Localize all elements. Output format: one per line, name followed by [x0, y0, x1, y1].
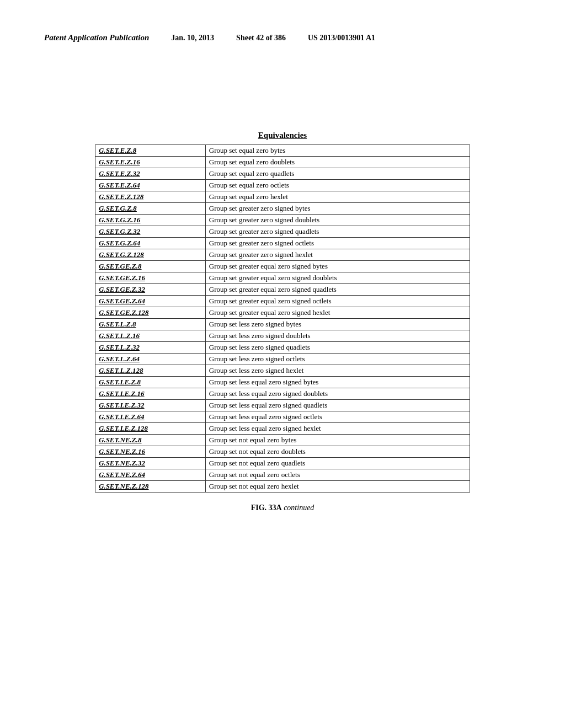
code-cell: G.SET.E.Z.64 [95, 180, 206, 191]
table-row: G.SET.NE.Z.16Group set not equal zero do… [95, 446, 470, 458]
code-cell: G.SET.GE.Z.8 [95, 261, 206, 272]
table-row: G.SET.NE.Z.128Group set not equal zero h… [95, 481, 470, 493]
figure-label: FIG. 33A [251, 504, 282, 512]
code-cell: G.SET.L.Z.32 [95, 342, 206, 354]
publication-date: Jan. 10, 2013 [171, 34, 214, 42]
page: Patent Application Publication Jan. 10, … [0, 0, 565, 728]
code-cell: G.SET.G.Z.16 [95, 215, 206, 226]
code-cell: G.SET.E.Z.128 [95, 191, 206, 203]
code-cell: G.SET.GE.Z.32 [95, 284, 206, 296]
description-cell: Group set not equal zero hexlet [205, 481, 470, 493]
code-cell: G.SET.NE.Z.16 [95, 446, 206, 458]
description-cell: Group set greater equal zero signed hexl… [205, 307, 470, 319]
code-cell: G.SET.LE.Z.128 [95, 423, 206, 435]
code-cell: G.SET.LE.Z.8 [95, 377, 206, 388]
code-cell: G.SET.NE.Z.64 [95, 469, 206, 481]
table-row: G.SET.LE.Z.64Group set less equal zero s… [95, 411, 470, 423]
description-cell: Group set not equal zero octlets [205, 469, 470, 481]
code-cell: G.SET.E.Z.32 [95, 168, 206, 180]
code-cell: G.SET.L.Z.64 [95, 354, 206, 365]
description-cell: Group set greater equal zero signed byte… [205, 261, 470, 272]
code-cell: G.SET.G.Z.8 [95, 203, 206, 215]
description-cell: Group set less zero signed octlets [205, 354, 470, 365]
patent-number: US 2013/0013901 A1 [308, 34, 375, 42]
description-cell: Group set greater equal zero signed doub… [205, 272, 470, 284]
table-row: G.SET.E.Z.64Group set equal zero octlets [95, 180, 470, 191]
code-cell: G.SET.E.Z.16 [95, 157, 206, 168]
code-cell: G.SET.GE.Z.16 [95, 272, 206, 284]
table-row: G.SET.L.Z.8Group set less zero signed by… [95, 319, 470, 330]
code-cell: G.SET.L.Z.8 [95, 319, 206, 330]
section-title: Equivalencies [258, 131, 307, 140]
main-content: Equivalencies G.SET.E.Z.8Group set equal… [44, 131, 521, 512]
description-cell: Group set not equal zero bytes [205, 435, 470, 446]
page-header: Patent Application Publication Jan. 10, … [44, 33, 521, 42]
table-row: G.SET.GE.Z.32Group set greater equal zer… [95, 284, 470, 296]
table-row: G.SET.NE.Z.8Group set not equal zero byt… [95, 435, 470, 446]
table-row: G.SET.G.Z.64Group set greater zero signe… [95, 238, 470, 249]
patent-title: Patent Application Publication [44, 33, 149, 42]
table-row: G.SET.E.Z.8Group set equal zero bytes [95, 145, 470, 157]
table-row: G.SET.GE.Z.64Group set greater equal zer… [95, 296, 470, 307]
table-row: G.SET.L.Z.128Group set less zero signed … [95, 365, 470, 377]
description-cell: Group set greater equal zero signed octl… [205, 296, 470, 307]
table-row: G.SET.LE.Z.8Group set less equal zero si… [95, 377, 470, 388]
code-cell: G.SET.NE.Z.128 [95, 481, 206, 493]
code-cell: G.SET.E.Z.8 [95, 145, 206, 157]
description-cell: Group set less zero signed hexlet [205, 365, 470, 377]
sheet-info: Sheet 42 of 386 [236, 34, 286, 42]
description-cell: Group set greater zero signed hexlet [205, 249, 470, 261]
description-cell: Group set greater zero signed bytes [205, 203, 470, 215]
description-cell: Group set less zero signed doublets [205, 330, 470, 342]
figure-suffix: continued [284, 504, 314, 512]
code-cell: G.SET.G.Z.32 [95, 226, 206, 238]
description-cell: Group set greater equal zero signed quad… [205, 284, 470, 296]
code-cell: G.SET.L.Z.128 [95, 365, 206, 377]
description-cell: Group set equal zero quadlets [205, 168, 470, 180]
table-row: G.SET.G.Z.32Group set greater zero signe… [95, 226, 470, 238]
table-row: G.SET.GE.Z.8Group set greater equal zero… [95, 261, 470, 272]
table-row: G.SET.G.Z.8Group set greater zero signed… [95, 203, 470, 215]
figure-caption: FIG. 33A continued [251, 504, 315, 512]
table-row: G.SET.NE.Z.64Group set not equal zero oc… [95, 469, 470, 481]
description-cell: Group set less equal zero signed doublet… [205, 388, 470, 400]
description-cell: Group set greater zero signed doublets [205, 215, 470, 226]
description-cell: Group set less zero signed quadlets [205, 342, 470, 354]
code-cell: G.SET.GE.Z.64 [95, 296, 206, 307]
description-cell: Group set not equal zero doublets [205, 446, 470, 458]
table-row: G.SET.LE.Z.128Group set less equal zero … [95, 423, 470, 435]
code-cell: G.SET.LE.Z.32 [95, 400, 206, 411]
table-row: G.SET.E.Z.128Group set equal zero hexlet [95, 191, 470, 203]
table-row: G.SET.E.Z.32Group set equal zero quadlet… [95, 168, 470, 180]
description-cell: Group set greater zero signed quadlets [205, 226, 470, 238]
table-row: G.SET.G.Z.16Group set greater zero signe… [95, 215, 470, 226]
description-cell: Group set less equal zero signed hexlet [205, 423, 470, 435]
table-row: G.SET.L.Z.16Group set less zero signed d… [95, 330, 470, 342]
code-cell: G.SET.L.Z.16 [95, 330, 206, 342]
description-cell: Group set less equal zero signed octlets [205, 411, 470, 423]
code-cell: G.SET.GE.Z.128 [95, 307, 206, 319]
table-row: G.SET.G.Z.128Group set greater zero sign… [95, 249, 470, 261]
description-cell: Group set less equal zero signed bytes [205, 377, 470, 388]
code-cell: G.SET.G.Z.64 [95, 238, 206, 249]
description-cell: Group set equal zero bytes [205, 145, 470, 157]
code-cell: G.SET.NE.Z.32 [95, 458, 206, 469]
table-row: G.SET.NE.Z.32Group set not equal zero qu… [95, 458, 470, 469]
table-row: G.SET.LE.Z.16Group set less equal zero s… [95, 388, 470, 400]
description-cell: Group set not equal zero quadlets [205, 458, 470, 469]
description-cell: Group set equal zero doublets [205, 157, 470, 168]
code-cell: G.SET.LE.Z.16 [95, 388, 206, 400]
code-cell: G.SET.G.Z.128 [95, 249, 206, 261]
table-row: G.SET.E.Z.16Group set equal zero doublet… [95, 157, 470, 168]
description-cell: Group set less zero signed bytes [205, 319, 470, 330]
equivalencies-table: G.SET.E.Z.8Group set equal zero bytesG.S… [95, 144, 470, 493]
table-row: G.SET.L.Z.32Group set less zero signed q… [95, 342, 470, 354]
code-cell: G.SET.NE.Z.8 [95, 435, 206, 446]
description-cell: Group set equal zero octlets [205, 180, 470, 191]
table-row: G.SET.GE.Z.16Group set greater equal zer… [95, 272, 470, 284]
description-cell: Group set less equal zero signed quadlet… [205, 400, 470, 411]
description-cell: Group set equal zero hexlet [205, 191, 470, 203]
description-cell: Group set greater zero signed octlets [205, 238, 470, 249]
table-row: G.SET.GE.Z.128Group set greater equal ze… [95, 307, 470, 319]
table-row: G.SET.LE.Z.32Group set less equal zero s… [95, 400, 470, 411]
